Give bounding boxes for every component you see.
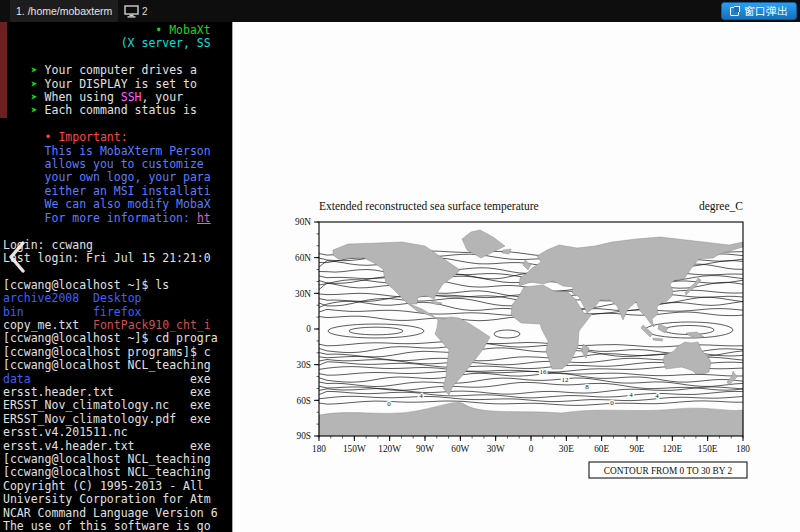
- back-arrow-overlay[interactable]: [5, 239, 29, 275]
- y-tick-label: 30S: [297, 360, 311, 370]
- contour-value-label: 4: [655, 392, 659, 400]
- x-tick-label: 180: [312, 444, 326, 454]
- terminal-line: Copyright (C) 1995-2013 - All: [3, 480, 232, 493]
- terminal-line: either an MSI installati: [3, 185, 232, 198]
- title-bar: 1. /home/mobaxterm 2 窗口弹出: [0, 0, 800, 22]
- x-tick-label: 120E: [663, 444, 683, 454]
- x-tick-label: 60W: [451, 444, 469, 454]
- terminal-line: ersst.v4.header.txt exe: [3, 440, 232, 453]
- terminal-line: ersst.v4.201511.nc: [3, 426, 232, 439]
- monitor-tab[interactable]: 2: [124, 0, 148, 22]
- y-tick-label: 60S: [297, 396, 311, 406]
- landmass-greenland: [462, 230, 505, 258]
- contour-info-box: CONTOUR FROM 0 TO 30 BY 2: [589, 462, 747, 478]
- x-tick-label: 30W: [487, 444, 505, 454]
- terminal-line: data exe: [3, 373, 232, 386]
- terminal-tab-label: 1. /home/mobaxterm: [16, 5, 112, 17]
- terminal-line: We can also modify MobaX: [3, 198, 232, 211]
- landmass-north-america: [333, 242, 460, 320]
- landmass-java: [653, 338, 663, 341]
- contour-line: [319, 396, 743, 401]
- terminal-line: ersst.header.txt exe: [3, 386, 232, 399]
- contour-value-label: 4: [419, 392, 423, 400]
- y-tick-label: 90N: [295, 217, 311, 227]
- terminal-line: ➤ Your computer drives a: [3, 64, 232, 77]
- terminal-line: [3, 225, 232, 238]
- terminal-line: ERSST_Nov_climatology.pdf exe: [3, 413, 232, 426]
- terminal-line: [ccwang@localhost ~]$ ls: [3, 279, 232, 292]
- plot-window: 180150W120W90W60W30W030E60E90E120E150E18…: [232, 22, 800, 532]
- terminal-line: University Corporation for Atm: [3, 493, 232, 506]
- y-tick-label: 60N: [295, 253, 311, 263]
- x-tick-label: 120W: [378, 444, 401, 454]
- x-tick-label: 30E: [559, 444, 574, 454]
- contour-value-label: 16: [540, 368, 548, 376]
- contour-value-label: 0: [387, 400, 391, 408]
- terminal-line: your own logo, your para: [3, 171, 232, 184]
- contour-value-label: 12: [562, 376, 570, 384]
- popout-button[interactable]: 窗口弹出: [721, 2, 797, 20]
- x-tick-label: 150E: [698, 444, 718, 454]
- terminal-line: ➤ Your DISPLAY is set to: [3, 78, 232, 91]
- terminal-line: copy_me.txt FontPack910_cht_i: [3, 319, 232, 332]
- terminal-line: [ccwang@localhost programs]$ c: [3, 346, 232, 359]
- terminal-line: [ccwang@localhost NCL_teaching: [3, 359, 232, 372]
- terminal-line: [3, 118, 232, 131]
- landmass-sumatra: [641, 325, 653, 337]
- terminal-line: [ccwang@localhost NCL_teaching: [3, 466, 232, 479]
- terminal-tab[interactable]: 1. /home/mobaxterm: [10, 0, 118, 22]
- chevron-left-icon: [5, 239, 29, 275]
- landmass-new-zealand: [727, 371, 737, 385]
- terminal-line: For more information: ht: [3, 212, 232, 225]
- contour-line-closed: [494, 330, 520, 338]
- terminal-line: bin firefox: [3, 306, 232, 319]
- terminal-line: [3, 265, 232, 278]
- contour-value-label: 4: [629, 391, 633, 399]
- terminal-line: [ccwang@localhost NCL_teaching: [3, 453, 232, 466]
- x-tick-label: 150W: [343, 444, 366, 454]
- monitor-icon: [124, 5, 139, 18]
- landmass-new-guinea: [686, 332, 704, 338]
- x-tick-label: 90E: [630, 444, 645, 454]
- contour-value-label: 0: [610, 399, 614, 407]
- x-tick-label: 180: [736, 444, 750, 454]
- terminal-line: NCAR Command Language Version 6: [3, 507, 232, 520]
- popout-window-icon: [730, 7, 739, 16]
- contour-line: [319, 401, 743, 406]
- landmass-iceland: [502, 249, 511, 254]
- y-tick-label: 90S: [297, 431, 311, 441]
- terminal-line: ➤ When using SSH, your: [3, 91, 232, 104]
- plot-units-label: degree_C: [699, 200, 743, 213]
- landmass-south-america: [435, 317, 490, 395]
- sst-contour-plot: 180150W120W90W60W30W030E60E90E120E150E18…: [281, 190, 771, 500]
- terminal-line: Login: ccwang: [3, 239, 232, 252]
- terminal[interactable]: • MobaXt (X server, SS ➤ Your computer d…: [0, 22, 232, 532]
- popout-button-label: 窗口弹出: [744, 4, 788, 19]
- plot-title: Extended reconstructed sea surface tempe…: [319, 200, 539, 213]
- landmass-australia: [663, 342, 711, 374]
- continents-layer: [319, 230, 743, 436]
- terminal-line: ➤ Each command status is: [3, 104, 232, 117]
- landmass-antarctica: [319, 402, 743, 435]
- contour-line-closed: [349, 327, 403, 335]
- landmass-britain: [523, 260, 531, 270]
- contour-line-closed: [328, 324, 424, 338]
- terminal-line: archive2008 Desktop: [3, 292, 232, 305]
- y-tick-label: 0: [306, 324, 311, 334]
- x-tick-label: 90W: [416, 444, 434, 454]
- terminal-line: The use of this software is go: [3, 520, 232, 532]
- terminal-line: ERSST_Nov_climatology.nc exe: [3, 399, 232, 412]
- terminal-line: (X server, SS: [3, 37, 232, 50]
- x-tick-label: 60E: [594, 444, 609, 454]
- y-tick-label: 30N: [295, 289, 311, 299]
- terminal-line: [ccwang@localhost ~]$ cd progra: [3, 332, 232, 345]
- terminal-line: [3, 51, 232, 64]
- terminal-line: • MobaXt: [3, 24, 232, 37]
- monitor-count: 2: [142, 6, 148, 17]
- contour-info-text: CONTOUR FROM 0 TO 30 BY 2: [604, 466, 733, 476]
- x-tick-label: 0: [529, 444, 534, 454]
- terminal-line: Last login: Fri Jul 15 21:21:0: [3, 252, 232, 265]
- terminal-line: This is MobaXterm Person: [3, 145, 232, 158]
- contour-value-label: 8: [585, 383, 589, 391]
- terminal-line: • Important:: [3, 131, 232, 144]
